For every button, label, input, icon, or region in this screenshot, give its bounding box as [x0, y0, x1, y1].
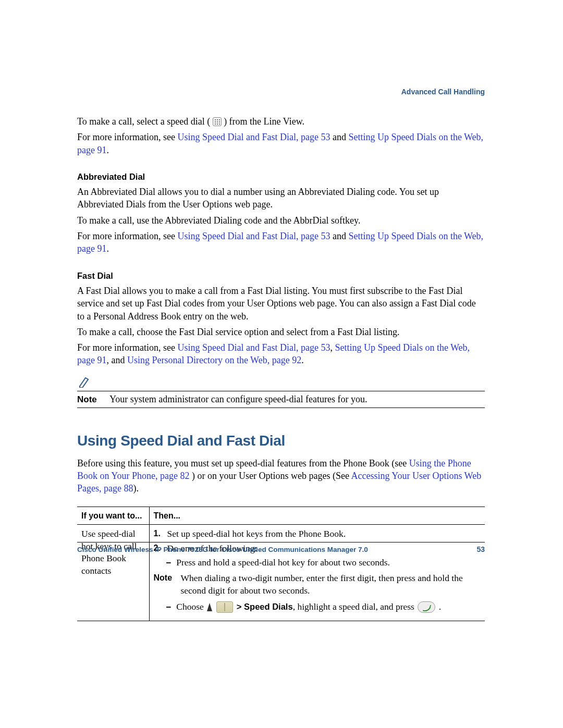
link-personal-directory-92[interactable]: Using Personal Directory on the Web, pag… [127, 355, 301, 365]
text: . [301, 355, 304, 365]
main-intro: Before using this feature, you must set … [77, 457, 485, 495]
intro-p2: For more information, see Using Speed Di… [77, 131, 485, 156]
cell-goal: Use speed-dial hot keys to call Phone Bo… [77, 525, 149, 621]
text: ) or on your User Options web pages (See [192, 471, 351, 481]
cell-steps: 1. Set up speed-dial hot keys from the P… [149, 525, 485, 621]
link-speed-fast-53[interactable]: Using Speed Dial and Fast Dial, page 53 [177, 231, 330, 241]
fast-p1: A Fast Dial allows you to make a call fr… [77, 285, 485, 323]
text: . [436, 601, 441, 612]
col-then: Then... [149, 507, 485, 525]
text: . [106, 145, 109, 155]
abbrev-p1: An Abbreviated Dial allows you to dial a… [77, 186, 485, 211]
note-label: Note [77, 394, 100, 406]
abbrev-p3: For more information, see Using Speed Di… [77, 230, 485, 255]
footer-page-number: 53 [476, 545, 485, 554]
nav-icon [207, 603, 212, 611]
text: and [333, 132, 349, 142]
note-text: When dialing a two-digit number, enter t… [181, 572, 481, 597]
text: For more information, see [77, 342, 177, 353]
bullet-dash: – [166, 557, 172, 569]
text: Before using this feature, you must set … [77, 458, 409, 468]
fast-p2: To make a call, choose the Fast Dial ser… [77, 326, 485, 338]
step-text: Set up speed-dial hot keys from the Phon… [167, 528, 346, 540]
text: ) from the Line View. [224, 116, 304, 127]
note-pencil-icon [78, 376, 91, 388]
substep-text: Choose > Speed Dials, highlight a speed … [176, 601, 441, 613]
text: , and [106, 355, 127, 365]
step-number: 1. [154, 528, 163, 540]
text: To make a call, select a speed dial ( [77, 116, 213, 127]
call-button-icon [418, 601, 435, 613]
footer-doc-title: Cisco Unified Wireless IP Phone 7925G fo… [77, 545, 368, 554]
text: For more information, see [77, 132, 177, 142]
page-footer: Cisco Unified Wireless IP Phone 7925G fo… [77, 542, 485, 554]
text: , highlight a speed dial, and press [293, 601, 417, 612]
link-speed-fast-53[interactable]: Using Speed Dial and Fast Dial, page 53 [177, 132, 330, 142]
text: For more information, see [77, 231, 177, 241]
bullet-dash: – [166, 601, 172, 613]
table-row: Use speed-dial hot keys to call Phone Bo… [77, 525, 485, 621]
col-if-you-want-to: If you want to... [77, 507, 149, 525]
note-label: Note [154, 572, 173, 597]
text-strong: > Speed Dials [237, 602, 293, 611]
text: . [106, 243, 109, 254]
link-speed-fast-53[interactable]: Using Speed Dial and Fast Dial, page 53 [177, 342, 330, 353]
speed-dial-icon [213, 117, 222, 126]
heading-fast-dial: Fast Dial [77, 270, 485, 281]
text: and [333, 231, 349, 241]
fast-p3: For more information, see Using Speed Di… [77, 341, 485, 367]
note-block: Note Your system administrator can confi… [77, 376, 485, 408]
text: ). [133, 483, 139, 493]
text: Choose [176, 601, 206, 612]
note-text: Your system administrator can configure … [109, 393, 368, 405]
heading-abbreviated-dial: Abbreviated Dial [77, 171, 485, 182]
section-header: Advanced Call Handling [401, 87, 485, 97]
heading-using-speed-dial-fast-dial: Using Speed Dial and Fast Dial [77, 431, 485, 451]
substep-text: Press and hold a speed-dial hot key for … [176, 557, 390, 569]
procedure-table: If you want to... Then... Use speed-dial… [77, 507, 485, 621]
intro-p1: To make a call, select a speed dial ( ) … [77, 115, 485, 128]
abbrev-p2: To make a call, use the Abbreviated Dial… [77, 214, 485, 227]
phonebook-icon [216, 601, 233, 613]
